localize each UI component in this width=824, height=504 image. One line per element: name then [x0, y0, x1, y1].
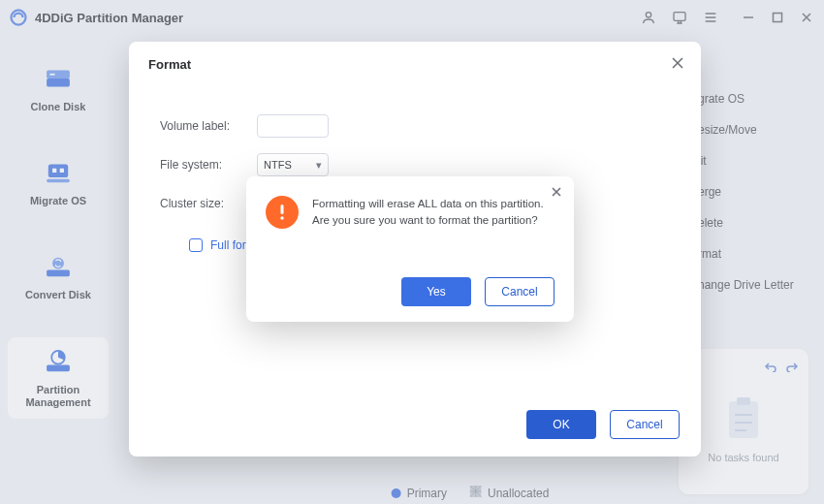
filesystem-select[interactable]: NTFS ▾	[257, 153, 329, 176]
svg-rect-18	[281, 205, 284, 214]
volume-label-input[interactable]	[257, 114, 329, 138]
confirm-cancel-button[interactable]: Cancel	[485, 277, 555, 306]
confirm-message: Formatting will erase ALL data on this p…	[312, 196, 555, 230]
format-dialog-title: Format	[129, 57, 701, 72]
confirm-dialog: Formatting will erase ALL data on this p…	[246, 176, 574, 322]
svg-point-19	[280, 216, 283, 219]
confirm-close-button[interactable]	[551, 186, 562, 198]
full-format-checkbox[interactable]	[189, 238, 203, 252]
confirm-yes-button[interactable]: Yes	[401, 277, 471, 306]
filesystem-label: File system:	[160, 158, 243, 172]
format-ok-button[interactable]: OK	[526, 410, 596, 439]
cluster-label: Cluster size:	[160, 197, 243, 210]
format-close-button[interactable]	[668, 53, 687, 73]
volume-label-label: Volume label:	[160, 119, 243, 133]
warning-icon	[266, 196, 299, 229]
format-cancel-button[interactable]: Cancel	[610, 410, 680, 439]
chevron-down-icon: ▾	[316, 159, 322, 172]
filesystem-value: NTFS	[264, 159, 292, 171]
